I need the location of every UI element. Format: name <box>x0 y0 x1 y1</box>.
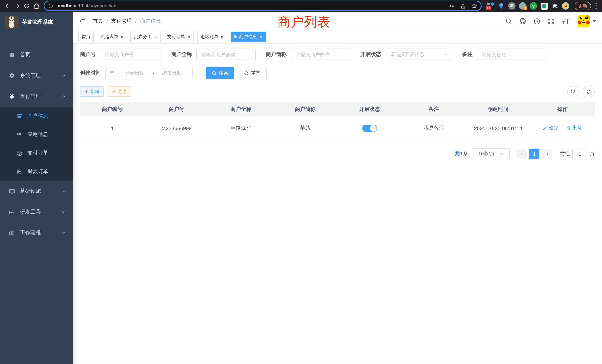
sidebar-fold-icon[interactable] <box>78 16 87 26</box>
sidebar-item-pay-order[interactable]: 支付订单 <box>0 144 73 162</box>
sidebar-item-home[interactable]: 首页 <box>0 44 73 65</box>
total-suffix: 条 <box>463 151 468 156</box>
short-name-input[interactable] <box>291 49 350 60</box>
sidebar-item-pay[interactable]: ¥ 支付管理 <box>0 86 73 107</box>
browser-menu-kebab-icon[interactable] <box>593 3 599 9</box>
merchant-no-input[interactable] <box>100 49 161 60</box>
browser-back-icon[interactable] <box>3 1 12 10</box>
tab-pay-order[interactable]: 支付订单 <box>164 32 194 42</box>
github-icon[interactable] <box>519 17 526 25</box>
sidebar-item-label: 系统管理 <box>20 72 41 79</box>
extension-profile-icon[interactable]: 1 <box>519 2 526 10</box>
extension-tag-assistant-icon[interactable]: 10 <box>487 2 494 10</box>
monitor-chart-icon <box>7 188 16 194</box>
full-name-input[interactable] <box>196 49 256 60</box>
close-icon[interactable] <box>120 35 124 38</box>
tab-label: 首页 <box>82 33 90 40</box>
extension-area: 10 ⌘ 1 y <box>487 2 569 10</box>
close-icon[interactable] <box>187 35 191 38</box>
sidebar-item-workflow[interactable]: 工作流程 <box>0 222 73 243</box>
extension-gem-icon[interactable] <box>497 2 505 10</box>
tab-label: 用户分组 <box>134 33 152 40</box>
bookmark-star-icon[interactable] <box>471 3 477 9</box>
sidebar-item-label: 支付管理 <box>20 93 41 100</box>
browser-forward-icon[interactable] <box>13 1 22 10</box>
sidebar-item-system[interactable]: 系统管理 <box>0 65 73 86</box>
extension-emoji-icon[interactable] <box>562 2 569 10</box>
edit-link[interactable]: 修改 <box>543 125 559 132</box>
breadcrumb-home[interactable]: 首页 <box>93 18 103 24</box>
remark-input[interactable] <box>477 49 546 60</box>
fullscreen-icon[interactable] <box>548 18 555 25</box>
close-icon[interactable] <box>154 35 157 38</box>
filter-label: 商户简称 <box>266 51 287 58</box>
filter-label: 备注 <box>462 51 473 58</box>
header-search-icon[interactable] <box>505 18 512 24</box>
tab-process-form[interactable]: 流程表单 <box>97 32 127 42</box>
sidebar-item-refund-order[interactable]: 退款订单 <box>0 162 73 181</box>
prev-page-button[interactable] <box>516 149 527 159</box>
end-date-placeholder: 结束日期 <box>155 70 189 76</box>
sidebar-menu: 首页 系统管理 ¥ 支付管理 <box>0 44 73 243</box>
tab-merchant-info[interactable]: 商户信息 <box>231 32 266 42</box>
active-dot <box>234 35 237 38</box>
user-menu[interactable] <box>578 15 596 27</box>
font-size-icon[interactable] <box>562 18 570 24</box>
browser-home-icon[interactable] <box>32 1 41 10</box>
cell-merchant-id: 1 <box>80 117 144 139</box>
password-key-icon[interactable] <box>449 3 455 9</box>
chevron-down-icon <box>62 210 66 214</box>
browser-reload-icon[interactable] <box>22 1 31 10</box>
sidebar-item-dev-tools[interactable]: 研发工具 <box>0 202 73 222</box>
sidebar-item-app-info[interactable]: 应用信息 <box>0 125 73 144</box>
delete-link-label: 删除 <box>572 125 582 131</box>
extension-badge-one: 1 <box>524 6 527 10</box>
tab-label: 退款订单 <box>201 33 218 40</box>
filter-label: 商户号 <box>80 51 96 58</box>
main-panel: 首页 / 支付管理 / 商户信息 <box>73 12 602 364</box>
extension-chat-icon[interactable] <box>540 2 548 10</box>
site-info-icon[interactable] <box>48 3 53 9</box>
export-button[interactable]: 导出 <box>108 86 131 97</box>
next-page-button[interactable] <box>542 149 552 159</box>
refresh-table-button[interactable] <box>583 86 595 97</box>
current-page-button[interactable]: 1 <box>529 149 539 159</box>
user-avatar[interactable] <box>578 15 590 27</box>
tab-user-group[interactable]: 用户分组 <box>130 32 161 42</box>
tags-view-bar: 首页 流程表单 用户分组 支付订单 退款订单 <box>73 30 602 43</box>
cell-full-name: 芋道源码 <box>209 117 273 139</box>
add-button[interactable]: 新增 <box>80 86 104 97</box>
sidebar-item-merchant-info[interactable]: 商户信息 <box>0 107 73 125</box>
delete-link[interactable]: 删除 <box>566 125 582 131</box>
sidebar-item-label: 商户信息 <box>27 113 48 119</box>
close-icon[interactable] <box>221 35 224 38</box>
page-size-select[interactable]: 10条/页 <box>472 148 510 159</box>
status-select[interactable]: 请选择开启状态 <box>386 49 452 60</box>
reset-button[interactable]: 重置 <box>238 67 267 79</box>
create-time-range-picker[interactable]: 开始日期 - 结束日期 <box>105 67 193 79</box>
extension-yudao-icon[interactable]: y <box>530 2 537 10</box>
col-full-name: 商户全称 <box>209 102 273 117</box>
tab-refund-order[interactable]: 退款订单 <box>197 32 227 42</box>
pencil-icon <box>543 126 547 130</box>
tab-home[interactable]: 首页 <box>78 32 94 42</box>
table-row: 1 M233666999 芋道源码 芋艿 我是备注 2021-10-23 08:… <box>80 117 595 139</box>
app-logo[interactable]: 芋道管理系统 <box>0 12 73 33</box>
col-create-time: 创建时间 <box>466 102 530 117</box>
share-icon[interactable] <box>460 3 466 9</box>
status-toggle[interactable] <box>362 124 377 132</box>
help-icon[interactable] <box>533 18 540 25</box>
breadcrumb-pay[interactable]: 支付管理 <box>111 18 132 24</box>
show-search-toggle-button[interactable] <box>567 86 579 97</box>
close-icon[interactable] <box>259 35 262 38</box>
address-bar[interactable]: localhost:1024/pay/merchant <box>44 1 482 11</box>
extension-command-icon[interactable]: ⌘ <box>508 2 516 10</box>
browser-update-button[interactable]: 更新 <box>575 2 591 10</box>
export-button-label: 导出 <box>118 88 127 95</box>
search-button[interactable]: 搜索 <box>206 67 234 79</box>
page-title-annotation: 商户列表 <box>277 13 331 31</box>
pagination: 共1条 10条/页 1 前往 页 <box>80 148 595 159</box>
extensions-puzzle-icon[interactable] <box>551 2 559 10</box>
goto-page-input[interactable] <box>572 149 587 159</box>
sidebar-item-infra[interactable]: 基础设施 <box>0 181 73 202</box>
